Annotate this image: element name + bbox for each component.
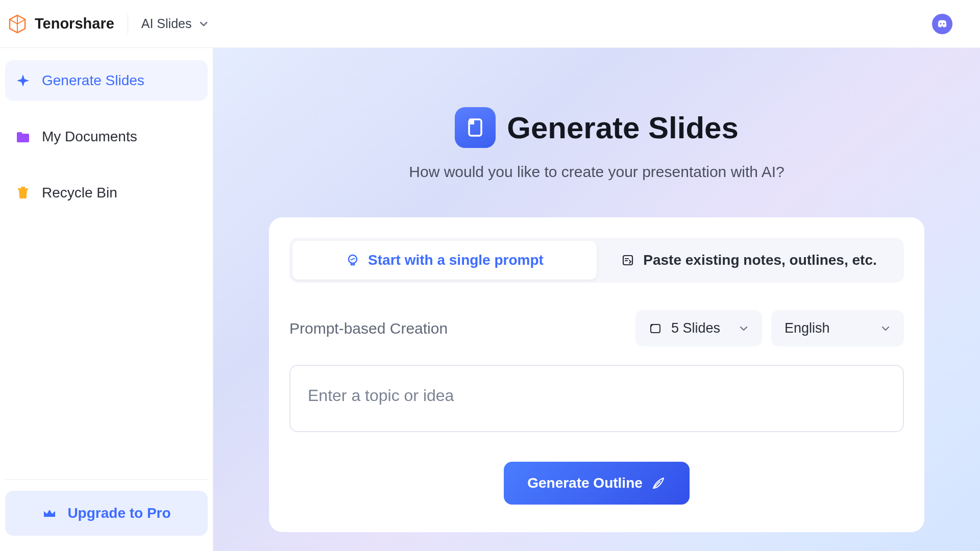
- product-name: AI Slides: [141, 16, 192, 31]
- language-value: English: [785, 320, 830, 336]
- section-label: Prompt-based Creation: [289, 320, 626, 337]
- sidebar-item-label: Recycle Bin: [42, 185, 117, 201]
- trash-icon: [15, 185, 31, 201]
- page-title: Generate Slides: [507, 110, 739, 145]
- product-selector[interactable]: AI Slides: [141, 16, 209, 31]
- sidebar-item-label: My Documents: [42, 129, 137, 145]
- sidebar-item-label: Generate Slides: [42, 72, 144, 89]
- header-divider: [128, 14, 128, 34]
- feather-icon: [651, 475, 666, 491]
- discord-button[interactable]: [932, 14, 952, 34]
- creation-tabs: Start with a single prompt Paste existin…: [289, 238, 904, 283]
- brand-logo-icon: [7, 14, 28, 34]
- slide-icon: [649, 322, 662, 335]
- generate-outline-button[interactable]: Generate Outline: [504, 462, 690, 505]
- slides-icon: [464, 116, 486, 139]
- prompt-input[interactable]: [289, 365, 904, 432]
- svg-point-1: [943, 22, 944, 24]
- tab-single-prompt[interactable]: Start with a single prompt: [292, 241, 597, 280]
- brand-name: Tenorshare: [35, 15, 114, 32]
- folder-icon: [15, 129, 31, 144]
- sidebar-item-recycle-bin[interactable]: Recycle Bin: [5, 172, 208, 213]
- language-select[interactable]: English: [771, 310, 904, 346]
- main-content: Generate Slides How would you like to cr…: [213, 48, 980, 551]
- creation-card: Start with a single prompt Paste existin…: [269, 217, 924, 532]
- header: Tenorshare AI Slides: [0, 0, 980, 48]
- tab-paste-notes[interactable]: Paste existing notes, outlines, etc.: [597, 241, 901, 280]
- options-row: Prompt-based Creation 5 Slides English: [289, 310, 904, 346]
- discord-icon: [936, 18, 948, 30]
- chevron-down-icon: [880, 323, 891, 334]
- upgrade-label: Upgrade to Pro: [67, 505, 170, 521]
- title-block: Generate Slides: [455, 107, 739, 148]
- sparkle-icon: [15, 73, 31, 88]
- page-subtitle: How would you like to create your presen…: [409, 163, 784, 181]
- tab-label: Paste existing notes, outlines, etc.: [643, 252, 876, 268]
- chevron-down-icon: [199, 19, 209, 29]
- slides-count-select[interactable]: 5 Slides: [635, 310, 762, 346]
- chevron-down-icon: [739, 323, 749, 334]
- lightbulb-icon: [346, 253, 360, 267]
- upgrade-button[interactable]: Upgrade to Pro: [5, 491, 208, 536]
- paste-icon: [621, 253, 635, 267]
- svg-rect-3: [21, 187, 25, 188]
- tab-label: Start with a single prompt: [368, 252, 544, 268]
- svg-rect-5: [623, 256, 632, 265]
- sidebar-item-generate-slides[interactable]: Generate Slides: [5, 60, 208, 101]
- sidebar: Generate Slides My Documents Recycle Bin: [0, 48, 213, 551]
- slides-count-value: 5 Slides: [671, 320, 720, 336]
- generate-button-label: Generate Outline: [527, 475, 643, 491]
- crown-icon: [42, 506, 57, 521]
- app-icon: [455, 107, 496, 148]
- svg-rect-2: [18, 188, 28, 190]
- sidebar-divider: [5, 479, 208, 480]
- sidebar-item-my-documents[interactable]: My Documents: [5, 116, 208, 157]
- svg-point-0: [940, 22, 941, 24]
- logo-block: Tenorshare: [7, 14, 114, 34]
